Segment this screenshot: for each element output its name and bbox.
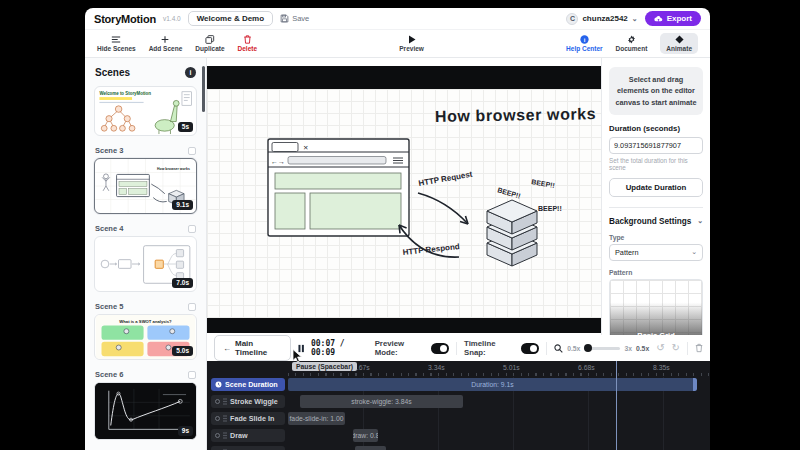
user-menu[interactable]: C chunza2542 ⌄ (566, 13, 637, 25)
track-fade-slide-in[interactable]: Fade Slide In (211, 412, 285, 425)
scene-1-duration-badge: 5s (178, 122, 193, 132)
preview-mode-toggle[interactable] (431, 343, 449, 354)
trash-icon (243, 35, 252, 44)
delete-button[interactable]: Delete (238, 35, 258, 52)
clip-fade-in[interactable]: fade-in: 0.74 (355, 446, 386, 450)
save-label: Save (292, 14, 309, 23)
clip-stroke-wiggle[interactable]: stroke-wiggle: 3.84s (300, 395, 463, 408)
background-type-value: Pattern (615, 248, 639, 257)
document-button[interactable]: Document (616, 35, 648, 52)
drag-handle-icon[interactable] (223, 398, 227, 405)
undo-button[interactable]: ↺ (656, 343, 664, 353)
editor-canvas[interactable]: How browser works ✕ ← → (207, 89, 601, 318)
type-label: Type (609, 234, 703, 241)
timeline-ruler[interactable] (288, 373, 710, 376)
beep-label-3: BEEP!! (538, 205, 562, 212)
drag-handle-icon[interactable] (223, 432, 227, 439)
help-center-label: Help Center (566, 45, 602, 52)
clip-draw[interactable]: draw: 0.8 (353, 429, 378, 442)
clip-label: fade-slide-in: 1.00 (289, 415, 343, 422)
scene-card-1[interactable]: Welcome to StoryMotion (94, 86, 197, 136)
background-settings-header[interactable]: Background Settings ⌄ (609, 217, 703, 226)
scene-card-4[interactable]: Scene 4 (94, 224, 197, 292)
pattern-name: Basic Grid (610, 331, 702, 335)
scene-1-thumbnail[interactable]: Welcome to StoryMotion (94, 86, 197, 136)
drag-handle-icon[interactable] (223, 415, 227, 422)
magnifier-icon (554, 344, 563, 353)
playhead[interactable] (616, 361, 617, 450)
beep-label-1: BEEP!! (497, 186, 522, 199)
app-version: v1.4.0 (163, 15, 181, 22)
duration-label: Duration (seconds) (609, 124, 703, 133)
server-stack-sketch (487, 200, 537, 266)
track-fade-in[interactable]: Fade In (211, 446, 285, 450)
pause-tooltip: Pause (Spacebar) (292, 362, 357, 371)
project-tab[interactable]: Welcome & Demo (188, 11, 273, 26)
diamond-icon (675, 35, 684, 44)
scene-4-checkbox[interactable] (188, 225, 196, 233)
avatar: C (566, 13, 578, 25)
clip-label: Duration: 9.1s (471, 381, 513, 388)
chevron-down-icon: ⌄ (697, 217, 703, 225)
scene-4-thumbnail[interactable]: 7.0s (94, 236, 197, 292)
http-respond-label: HTTP Respond (402, 242, 460, 257)
ruler-tick-label: 5.01s (503, 364, 520, 371)
radio-icon[interactable] (215, 399, 220, 404)
scenes-info-button[interactable]: i (185, 67, 196, 78)
scene-card-6[interactable]: Scene 6 9s (94, 370, 197, 440)
scene-3-thumbnail[interactable]: How browser works (94, 158, 197, 214)
browser-sketch: ✕ ← → (268, 139, 409, 236)
timeline-tracks[interactable]: Pause (Spacebar) 1.67s 3.34s 5.01s 6.68s… (207, 361, 710, 450)
timeline-trash-button[interactable] (695, 343, 703, 353)
scene-card-5[interactable]: Scene 5 What is a SWOT analysis? (94, 302, 197, 360)
clip-fade-slide-in[interactable]: fade-slide-in: 1.00 (288, 412, 345, 425)
preview-button[interactable]: Preview (399, 35, 424, 52)
export-button[interactable]: Export (645, 11, 701, 26)
duration-help: Set the total duration for this scene (609, 157, 703, 171)
app-logo: StoryMotion (94, 13, 156, 25)
main-timeline-back-button[interactable]: ← Main Timeline (214, 335, 291, 361)
pattern-preview[interactable]: Basic Grid (609, 279, 703, 335)
clip-label: stroke-wiggle: 3.84s (351, 398, 411, 405)
hide-scenes-button[interactable]: Hide Scenes (97, 35, 136, 52)
scene-3-checkbox[interactable] (188, 147, 196, 155)
chevron-down-icon: ⌄ (632, 15, 638, 23)
track-stroke-wiggle[interactable]: Stroke Wiggle (211, 395, 285, 408)
clip-scene-duration[interactable]: Duration: 9.1s (288, 378, 697, 391)
export-label: Export (667, 14, 692, 23)
duplicate-button[interactable]: Duplicate (195, 35, 224, 52)
clock-icon (215, 381, 222, 388)
pattern-label: Pattern (609, 269, 703, 276)
redo-button[interactable]: ↻ (672, 343, 680, 353)
username: chunza2542 (582, 14, 627, 23)
giraffe-sketch (155, 100, 179, 134)
add-scene-button[interactable]: Add Scene (149, 35, 183, 52)
scene-card-3[interactable]: Scene 3 How browser works (94, 146, 197, 214)
zoom-min-label: 0.5x (567, 345, 580, 352)
zoom-max-label: 3x (624, 345, 632, 352)
background-type-select[interactable]: Pattern ⌄ (609, 244, 703, 261)
scene-6-checkbox[interactable] (188, 371, 196, 379)
radio-icon[interactable] (215, 433, 220, 438)
zoom-current-value: 0.5x (636, 345, 649, 352)
scene-5-thumbnail[interactable]: What is a SWOT analysis? 5.0s (94, 314, 197, 360)
zoom-slider[interactable] (584, 347, 620, 350)
timeline-toolbar: ← Main Timeline 00:07 / 00:09 Preview Mo… (207, 335, 710, 361)
sidebar-scrollbar[interactable] (202, 66, 205, 112)
update-duration-button[interactable]: Update Duration (609, 178, 703, 197)
scene-5-checkbox[interactable] (188, 303, 196, 311)
track-scene-duration[interactable]: Scene Duration (211, 378, 285, 391)
scene-6-thumbnail[interactable]: 9s (94, 382, 197, 440)
help-center-button[interactable]: i Help Center (566, 35, 602, 52)
save-button[interactable]: Save (280, 14, 309, 23)
animate-button[interactable]: Animate (660, 33, 698, 54)
ruler-tick-label: 3.34s (428, 364, 445, 371)
scene-4-duration-badge: 7.0s (172, 278, 193, 288)
timeline-zoom-control: 0.5x 3x 0.5x (554, 344, 649, 353)
track-draw[interactable]: Draw (211, 429, 285, 442)
timeline-snap-toggle[interactable] (521, 343, 539, 354)
track-label: Stroke Wiggle (230, 397, 278, 406)
radio-icon[interactable] (215, 416, 220, 421)
add-scene-label: Add Scene (149, 45, 183, 52)
duration-input[interactable] (609, 137, 703, 154)
